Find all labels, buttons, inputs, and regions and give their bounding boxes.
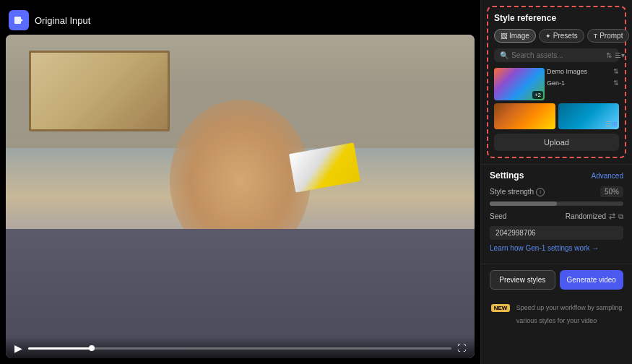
search-row: 🔍 ⇅ ☰▾: [494, 48, 619, 62]
demo-images-label: Demo Images: [547, 68, 587, 75]
seed-input[interactable]: [490, 226, 623, 240]
image-item-2[interactable]: ☰ ⊞: [558, 103, 620, 129]
new-badge: NEW: [491, 304, 511, 312]
tab-row: 🖼 Image ✦ Presets T Prompt: [494, 29, 619, 43]
gen1-label: Gen-1: [547, 79, 565, 87]
folder-1-icon[interactable]: ⇅: [613, 68, 619, 75]
right-panel: Style reference 🖼 Image ✦ Presets T Prom…: [480, 0, 632, 364]
upload-button[interactable]: Upload: [494, 134, 619, 151]
tab-image[interactable]: 🖼 Image: [494, 29, 536, 43]
style-strength-row: Style strength i 50%: [490, 186, 623, 197]
footer-area: NEW Speed up your workflow by sampling v…: [481, 295, 632, 332]
style-strength-slider[interactable]: [490, 202, 623, 206]
grid-view-icon[interactable]: ⊞: [612, 121, 618, 128]
search-input[interactable]: [511, 51, 603, 59]
folder-2-icon[interactable]: ⇅: [613, 79, 619, 87]
video-header: Original Input: [6, 6, 475, 35]
settings-section: Settings Advanced Style strength i 50% S…: [481, 164, 632, 264]
bottom-buttons: Preview styles Generate video: [481, 264, 632, 295]
style-reference-section: Style reference 🖼 Image ✦ Presets T Prom…: [487, 6, 626, 158]
seed-label: Seed: [490, 212, 506, 220]
slider-fill: [490, 202, 557, 206]
image-preview-1: [494, 103, 555, 129]
search-controls: ⇅ ☰▾: [606, 51, 625, 59]
advanced-link[interactable]: Advanced: [592, 172, 623, 180]
style-strength-value: 50%: [600, 186, 623, 197]
list-view-icon[interactable]: ☰: [605, 121, 611, 128]
copy-seed-icon[interactable]: ⧉: [618, 212, 623, 221]
svg-rect-0: [14, 17, 21, 24]
randomized-label: Randomized: [566, 212, 606, 220]
sort-icon[interactable]: ⇅: [606, 51, 612, 59]
video-container: ▶ ⛶: [6, 35, 475, 358]
video-scene: [6, 35, 475, 358]
prompt-tab-icon: T: [594, 32, 598, 40]
tab-prompt[interactable]: T Prompt: [587, 29, 630, 43]
demo-images-thumb[interactable]: +2: [494, 68, 545, 100]
image-tab-icon: 🖼: [501, 32, 507, 40]
fullscreen-button[interactable]: ⛶: [457, 343, 466, 353]
preview-styles-button[interactable]: Preview styles: [490, 270, 555, 290]
gen1-label-row: Gen-1 ⇅: [547, 79, 619, 87]
generate-video-button[interactable]: Generate video: [560, 270, 624, 290]
demo-images-label-row: Demo Images ⇅: [547, 68, 619, 75]
first-image-row: +2 Demo Images ⇅ Gen-1 ⇅: [494, 68, 619, 102]
image-badge: +2: [532, 91, 543, 99]
video-area: Original Input ▶ ⛶: [0, 0, 480, 364]
video-controls: ▶ ⛶: [6, 337, 475, 358]
filter-icon[interactable]: ☰▾: [615, 51, 625, 59]
seed-row: Seed Randomized ⇄ ⧉: [490, 212, 623, 221]
tab-presets[interactable]: ✦ Presets: [539, 29, 584, 43]
presets-tab-icon: ✦: [545, 32, 551, 40]
settings-title: Settings: [490, 170, 524, 181]
video-title: Original Input: [35, 15, 90, 26]
progress-fill: [28, 347, 92, 350]
second-image-row: ☰ ⊞: [494, 103, 619, 129]
settings-header: Settings Advanced: [490, 170, 623, 181]
svg-marker-1: [21, 19, 23, 22]
search-icon: 🔍: [500, 51, 508, 59]
image-item-1[interactable]: [494, 103, 555, 129]
style-strength-info[interactable]: i: [536, 188, 545, 196]
play-button[interactable]: ▶: [14, 342, 22, 354]
learn-link[interactable]: Learn how Gen-1 settings work →: [490, 244, 623, 252]
progress-bar[interactable]: [28, 347, 451, 350]
grid-toggle: ☰ ⊞: [605, 121, 618, 128]
style-strength-label: Style strength i: [490, 188, 545, 196]
video-header-icon: [9, 10, 29, 30]
style-reference-title: Style reference: [494, 13, 619, 23]
footer-description: Speed up your workflow by sampling vario…: [516, 304, 623, 324]
randomize-icon[interactable]: ⇄: [609, 212, 615, 221]
